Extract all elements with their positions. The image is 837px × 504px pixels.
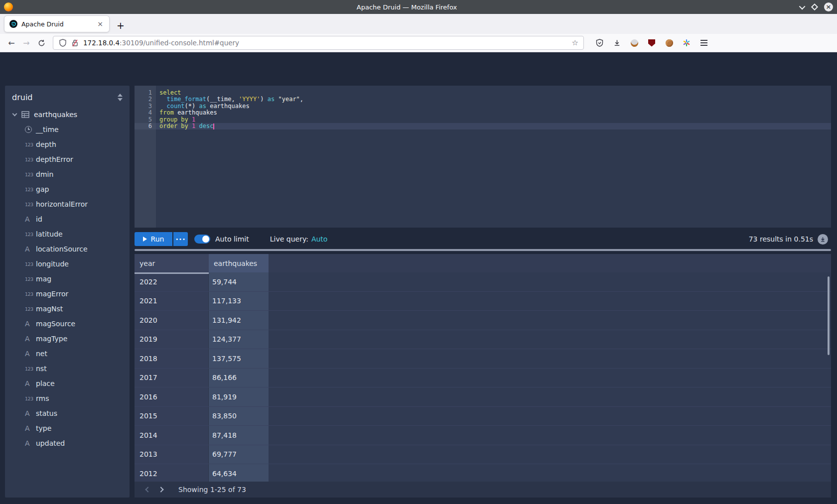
table-scrollbar-thumb[interactable]: [828, 276, 830, 355]
cookie-extension-icon[interactable]: [665, 38, 674, 47]
downloads-icon[interactable]: [612, 38, 621, 47]
sidebar-field[interactable]: 123 magNst: [5, 301, 130, 316]
cell-earthquakes[interactable]: 131,942: [209, 311, 269, 330]
cell-earthquakes[interactable]: 69,777: [209, 445, 269, 464]
sidebar-field[interactable]: 123 depthError: [5, 152, 130, 167]
sidebar-field[interactable]: A status: [5, 406, 130, 421]
cell-year[interactable]: 2017: [135, 369, 209, 387]
column-header-year[interactable]: year: [135, 254, 209, 272]
cell-year[interactable]: 2019: [135, 330, 209, 349]
reload-button[interactable]: [34, 39, 49, 47]
download-results-icon[interactable]: [818, 234, 828, 245]
cell-earthquakes[interactable]: 117,133: [209, 292, 269, 311]
menu-icon[interactable]: [699, 38, 708, 47]
resize-divider[interactable]: [135, 249, 831, 251]
field-type-icon: 123: [25, 142, 36, 147]
bookmark-star-icon[interactable]: ☆: [572, 38, 578, 47]
new-tab-button[interactable]: +: [117, 20, 125, 31]
window-maximize-icon[interactable]: [811, 3, 818, 10]
sidebar-field[interactable]: A net: [5, 346, 130, 361]
sidebar-field[interactable]: __time: [5, 122, 130, 137]
field-type-icon: A: [25, 245, 36, 253]
cell-year[interactable]: 2022: [135, 272, 209, 291]
previous-page-button[interactable]: [141, 488, 154, 492]
next-page-button[interactable]: [154, 488, 167, 492]
cell-year[interactable]: 2016: [135, 387, 209, 406]
field-name: magType: [36, 335, 67, 343]
cell-year[interactable]: 2014: [135, 426, 209, 445]
tracking-shield-icon[interactable]: [58, 38, 67, 47]
field-type-icon: A: [25, 215, 36, 223]
insecure-lock-icon[interactable]: [70, 38, 79, 47]
browser-tab[interactable]: Apache Druid ×: [4, 15, 110, 32]
column-header-earthquakes[interactable]: earthquakes: [209, 254, 269, 272]
cell-earthquakes[interactable]: 81,919: [209, 387, 269, 406]
sql-editor[interactable]: 123456 select time_format(__time, 'YYYY'…: [135, 86, 831, 228]
table-header-row: year earthquakes: [135, 254, 831, 272]
field-name: __time: [36, 126, 59, 133]
cell-earthquakes[interactable]: 137,575: [209, 349, 269, 368]
cell-year[interactable]: 2021: [135, 292, 209, 311]
sidebar-item-earthquakes[interactable]: earthquakes: [5, 107, 130, 122]
window-title: Apache Druid — Mozilla Firefox: [13, 3, 801, 11]
sidebar-field[interactable]: 123 rms: [5, 391, 130, 406]
run-button[interactable]: Run: [135, 232, 172, 246]
table-body: 2022 59,744 2021 117,133 2020 131,942: [135, 272, 831, 484]
field-type-icon: 123: [25, 202, 36, 207]
cell-year[interactable]: 2020: [135, 311, 209, 330]
field-type-icon: A: [25, 409, 36, 417]
field-name: locationSource: [36, 245, 88, 253]
sidebar-field[interactable]: A updated: [5, 436, 130, 451]
field-name: mag: [36, 275, 51, 283]
forward-button[interactable]: →: [19, 38, 34, 48]
sidebar-field[interactable]: A magType: [5, 331, 130, 346]
pocket-shield-icon[interactable]: [595, 38, 604, 47]
sidebar-field[interactable]: 123 magError: [5, 286, 130, 301]
schema-title: druid: [12, 93, 118, 102]
sort-columns-icon[interactable]: [118, 94, 124, 101]
cell-year[interactable]: 2013: [135, 445, 209, 464]
colorful-extension-icon[interactable]: [682, 38, 691, 47]
field-type-icon: 123: [25, 187, 36, 192]
back-button[interactable]: ←: [4, 38, 19, 48]
table-row: 2014 87,418: [135, 426, 831, 445]
sidebar-field[interactable]: 123 longitude: [5, 256, 130, 271]
sidebar-field[interactable]: A magSource: [5, 316, 130, 331]
more-options-button[interactable]: •••: [173, 232, 188, 246]
cell-year[interactable]: 2015: [135, 407, 209, 426]
cell-earthquakes[interactable]: 59,744: [209, 272, 269, 291]
auto-limit-toggle[interactable]: [194, 235, 210, 244]
cell-earthquakes[interactable]: 124,377: [209, 330, 269, 349]
cell-earthquakes[interactable]: 64,634: [209, 464, 269, 483]
cell-earthquakes[interactable]: 87,418: [209, 426, 269, 445]
url-bar[interactable]: 172.18.0.4:30109/unified-console.html#qu…: [53, 36, 584, 50]
field-name: depth: [36, 140, 56, 148]
field-name: magNst: [36, 305, 63, 313]
sidebar-field[interactable]: A place: [5, 376, 130, 391]
tab-close-icon[interactable]: ×: [96, 20, 104, 28]
chevron-right-icon: [158, 487, 163, 492]
sidebar-field[interactable]: 123 latitude: [5, 227, 130, 242]
live-query-value[interactable]: Auto: [311, 235, 328, 243]
cell-year[interactable]: 2018: [135, 349, 209, 368]
sidebar-field[interactable]: A id: [5, 212, 130, 227]
profile-extension-icon[interactable]: [630, 38, 639, 47]
sidebar-field[interactable]: A locationSource: [5, 242, 130, 256]
cell-earthquakes[interactable]: 83,850: [209, 407, 269, 426]
sidebar-field[interactable]: 123 horizontalError: [5, 197, 130, 212]
field-name: magSource: [36, 320, 75, 328]
field-name: nst: [36, 365, 47, 373]
druid-favicon: [9, 20, 17, 28]
sidebar-field[interactable]: 123 mag: [5, 271, 130, 286]
sql-editor-lines[interactable]: select time_format(__time, 'YYYY') as "y…: [156, 86, 831, 228]
ublock-extension-icon[interactable]: [647, 38, 656, 47]
cell-earthquakes[interactable]: 86,166: [209, 369, 269, 387]
sidebar-field[interactable]: 123 nst: [5, 361, 130, 376]
cell-year[interactable]: 2012: [135, 464, 209, 483]
sidebar-field[interactable]: 123 depth: [5, 137, 130, 152]
sidebar-field[interactable]: 123 gap: [5, 182, 130, 197]
chevron-down-icon[interactable]: [12, 112, 17, 117]
sidebar-field[interactable]: A type: [5, 421, 130, 436]
sidebar-field[interactable]: 123 dmin: [5, 167, 130, 182]
window-close-icon[interactable]: ×: [824, 2, 833, 11]
